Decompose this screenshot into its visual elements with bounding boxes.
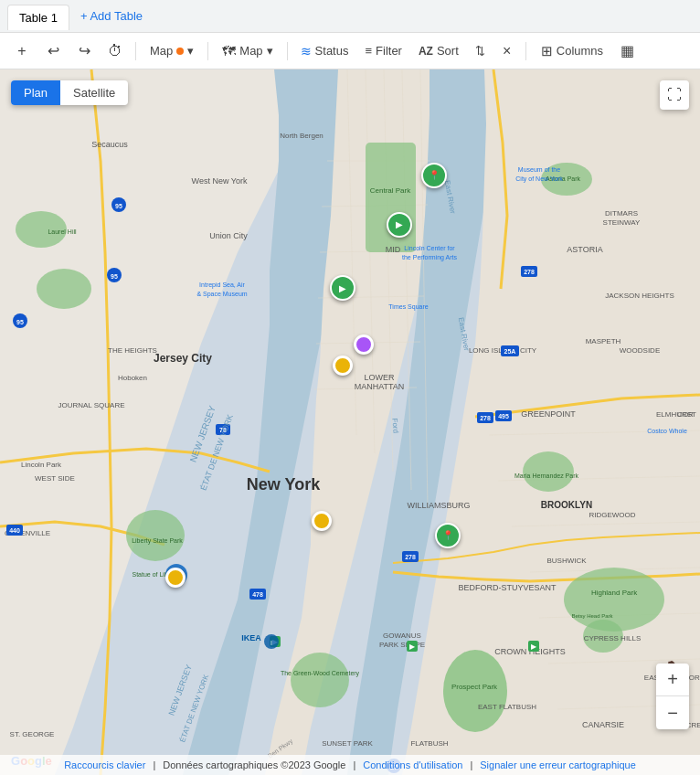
svg-text:278: 278	[480, 415, 491, 421]
svg-text:I: I	[270, 640, 272, 646]
svg-text:25A: 25A	[504, 348, 516, 355]
tab-bar: Table 1 + Add Table	[0, 0, 700, 33]
separator-3	[287, 42, 288, 60]
map-label: Map	[150, 44, 173, 58]
plan-button[interactable]: Plan	[11, 80, 60, 105]
svg-point-27	[126, 510, 185, 561]
map-container[interactable]: Jersey City New York LOWER MANHATTAN MID…	[0, 69, 700, 775]
filter-label: Filter	[376, 44, 402, 58]
svg-text:FLATBUSH: FLATBUSH	[410, 739, 448, 748]
map-marker-1[interactable]	[333, 356, 353, 376]
terms-link[interactable]: Conditions d'utilisation	[363, 759, 462, 770]
status-icon: ≋	[301, 44, 312, 58]
toolbar: + ↩ ↪ ⏱ Map ▾ 🗺 Map ▾ ≋ Status ≡ Filter …	[0, 33, 700, 69]
zoom-controls: + −	[656, 664, 689, 729]
svg-text:BUSHWICK: BUSHWICK	[546, 557, 587, 565]
svg-text:GREENPOINT: GREENPOINT	[521, 409, 576, 419]
map-view-button[interactable]: Map ▾	[142, 38, 202, 64]
status-label: Status	[315, 44, 349, 58]
svg-text:PARK SLOPE: PARK SLOPE	[379, 641, 425, 649]
add-table-button[interactable]: + Add Table	[73, 5, 150, 27]
svg-point-24	[523, 451, 574, 492]
svg-text:478: 478	[252, 591, 263, 598]
map-marker-2[interactable]	[354, 334, 374, 355]
svg-text:The Green-Wood Cemetery: The Green-Wood Cemetery	[281, 670, 360, 677]
svg-text:Maria Hernandez Park: Maria Hernandez Park	[514, 472, 579, 479]
svg-text:EAST FLATBUSH: EAST FLATBUSH	[478, 703, 536, 711]
svg-point-25	[37, 269, 91, 309]
table-tab-label: Table 1	[19, 11, 58, 25]
map-marker-7[interactable]: 📍	[435, 523, 461, 548]
map-marker-8[interactable]: ▶	[330, 275, 355, 301]
svg-text:West New York: West New York	[192, 176, 248, 186]
fullscreen-button[interactable]: ⛶	[660, 80, 689, 110]
satellite-button[interactable]: Satellite	[60, 80, 128, 105]
svg-point-22	[443, 650, 507, 732]
svg-text:Lincoln Park: Lincoln Park	[21, 461, 62, 469]
svg-text:CYPRESS HILLS: CYPRESS HILLS	[584, 634, 642, 642]
svg-text:Times Square: Times Square	[388, 303, 428, 311]
svg-text:495: 495	[498, 413, 509, 419]
map-type-label: Map	[239, 44, 262, 58]
svg-text:JOURNAL SQUARE: JOURNAL SQUARE	[58, 401, 124, 409]
map-marker-4[interactable]	[165, 568, 186, 588]
columns-button[interactable]: ⊞ Columns	[532, 38, 612, 64]
separator-1	[135, 42, 136, 60]
table-tab[interactable]: Table 1	[7, 5, 69, 30]
map-marker-6[interactable]: ▶	[387, 212, 412, 238]
svg-text:278: 278	[524, 269, 535, 275]
svg-text:STEINWAY: STEINWAY	[603, 218, 642, 227]
svg-text:MID: MID	[386, 245, 401, 254]
map-marker-3[interactable]	[312, 511, 332, 531]
svg-text:Highland Park: Highland Park	[591, 589, 638, 597]
report-error-link[interactable]: Signaler une erreur cartographique	[480, 759, 636, 770]
svg-text:Union City: Union City	[209, 231, 248, 240]
svg-text:Museum of the: Museum of the	[518, 166, 560, 173]
svg-text:Intrepid Sea, Air: Intrepid Sea, Air	[199, 281, 245, 289]
undo-button[interactable]: ↩	[38, 38, 68, 64]
close-button[interactable]: ×	[494, 38, 520, 64]
svg-text:COR: COR	[677, 410, 694, 419]
keyboard-shortcuts-link[interactable]: Raccourcis clavier	[64, 759, 145, 770]
svg-text:Central Park: Central Park	[370, 186, 411, 195]
svg-text:MANHATTAN: MANHATTAN	[355, 382, 405, 391]
zoom-in-button[interactable]: +	[656, 664, 689, 696]
add-button[interactable]: +	[7, 38, 37, 64]
redo-button[interactable]: ↪	[69, 38, 99, 64]
map-type-dropdown-icon: ▾	[267, 44, 273, 58]
svg-text:Hoboken: Hoboken	[118, 374, 147, 382]
status-button[interactable]: ≋ Status	[293, 38, 356, 64]
svg-text:City of New York: City of New York	[515, 175, 563, 183]
columns-icon: ⊞	[541, 43, 553, 59]
svg-text:LOWER: LOWER	[364, 373, 395, 382]
svg-text:GOWANUS: GOWANUS	[383, 632, 421, 640]
map-type-button[interactable]: 🗺 Map ▾	[214, 38, 281, 64]
svg-text:IKEA: IKEA	[241, 633, 261, 642]
map-svg: Jersey City New York LOWER MANHATTAN MID…	[0, 69, 700, 775]
svg-text:JACKSON HEIGHTS: JACKSON HEIGHTS	[605, 292, 674, 300]
svg-text:Ford: Ford	[390, 418, 399, 433]
grid-view-button[interactable]: ▦	[614, 38, 640, 64]
zoom-out-icon: −	[667, 703, 678, 724]
separator-2	[207, 42, 208, 60]
svg-text:440: 440	[9, 527, 20, 534]
sort-button[interactable]: AZ Sort	[411, 38, 466, 64]
svg-text:WOODSIDE: WOODSIDE	[620, 346, 660, 355]
svg-text:THE HEIGHTS: THE HEIGHTS	[108, 346, 157, 355]
svg-text:& Space Museum: & Space Museum	[196, 291, 247, 298]
svg-text:Liberty State Park: Liberty State Park	[132, 537, 183, 545]
filter-icon: ≡	[365, 44, 372, 58]
svg-text:▶: ▶	[409, 642, 416, 651]
zoom-out-button[interactable]: −	[656, 696, 689, 729]
svg-text:the Performing Arts: the Performing Arts	[402, 254, 457, 261]
svg-text:WILLIAMSBURG: WILLIAMSBURG	[407, 501, 470, 510]
columns-label: Columns	[557, 44, 603, 58]
map-data-text: Données cartographiques ©2023 Google	[163, 759, 345, 770]
filter-button[interactable]: ≡ Filter	[357, 38, 408, 64]
svg-text:Secaucus: Secaucus	[91, 140, 128, 149]
sort-extra-button[interactable]: ⇅	[468, 38, 493, 64]
sort-extra-icon: ⇅	[475, 44, 485, 58]
map-marker-5[interactable]: 📍	[421, 163, 447, 188]
svg-text:New York: New York	[247, 475, 321, 494]
history-button[interactable]: ⏱	[101, 38, 130, 64]
